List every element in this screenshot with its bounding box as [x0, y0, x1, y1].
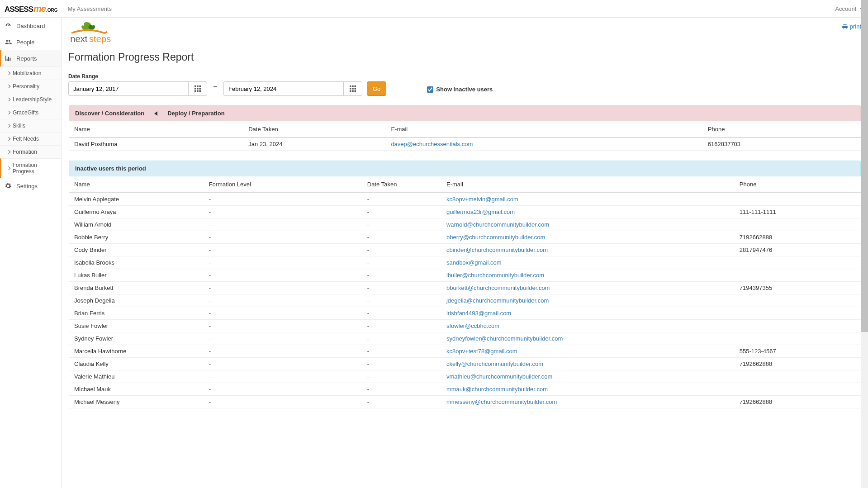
date-to-input[interactable] [223, 81, 343, 96]
cell-date: - [362, 256, 441, 269]
svg-rect-14 [350, 88, 351, 90]
email-link[interactable]: kc8opv+test78@gmail.com [446, 348, 517, 355]
sidebar-subitem-label: Personality [13, 83, 39, 90]
cell-phone [734, 256, 861, 269]
cell-date: - [362, 320, 441, 332]
sidebar-item-label: People [16, 39, 34, 46]
table-row: Claudia Kelly--ckelly@churchcommunitybui… [69, 358, 861, 370]
sidebar-subitem-label: GraceGifts [13, 109, 38, 116]
sidebar-subitem-personality[interactable]: Personality [0, 80, 61, 93]
nav-my-assessments[interactable]: My Assessments [67, 5, 112, 12]
print-link[interactable]: print [842, 20, 861, 30]
cell-level: - [204, 332, 362, 345]
cell-date: - [362, 244, 441, 256]
cell-phone: 111-111-1111 [734, 206, 861, 218]
svg-rect-16 [355, 88, 356, 90]
email-link[interactable]: sfowler@ccbhq.com [446, 322, 499, 329]
print-label: print [850, 23, 861, 30]
email-link[interactable]: ckelly@churchcommunitybuilder.com [446, 360, 543, 367]
svg-rect-19 [355, 90, 356, 92]
go-button[interactable]: Go [367, 81, 386, 96]
sidebar-subitem-gracegifts[interactable]: GraceGifts [0, 106, 61, 119]
nav-account-label: Account [835, 5, 856, 12]
svg-rect-4 [199, 85, 201, 87]
cell-name: William Arnold [69, 218, 204, 231]
cell-name: Isabella Brooks [69, 256, 204, 269]
cell-level: - [204, 206, 362, 218]
table-row: Isabella Brooks--sandbox@gmail.com [69, 256, 861, 269]
sidebar-item-settings[interactable]: Settings [0, 178, 61, 194]
email-link[interactable]: warnold@churchcommunitybuilder.com [446, 221, 549, 228]
show-inactive-checkbox[interactable] [427, 86, 433, 93]
sidebar-subitem-felt-needs[interactable]: Felt Needs [0, 132, 61, 145]
date-to-picker-button[interactable] [343, 81, 362, 96]
scrollbar-thumb[interactable] [861, 0, 868, 332]
sidebar-subitem-label: Formation Progress [13, 162, 57, 175]
email-link[interactable]: kc8opv+melvin@gmail.com [446, 196, 518, 203]
chevron-right-icon [7, 166, 10, 170]
email-link[interactable]: vmathieu@churchcommunitybuilder.com [446, 373, 552, 380]
email-link[interactable]: davep@echurchessentials.com [391, 141, 473, 147]
svg-rect-2 [194, 85, 196, 87]
sidebar-item-dashboard[interactable]: Dashboard [0, 18, 61, 34]
sidebar-subitem-leadershipstyle[interactable]: LeadershipStyle [0, 93, 61, 106]
scrollbar[interactable] [861, 0, 868, 488]
calendar-grid-icon [350, 85, 356, 92]
svg-rect-9 [197, 90, 199, 92]
show-inactive-toggle[interactable]: Show inactive users [391, 86, 493, 96]
filter-bar: Date Range Go [68, 73, 861, 96]
brand-logo[interactable]: ASSESSME.ORG [5, 4, 67, 14]
table-row: MIchael Mauk--mmauk@churchcommunitybuild… [69, 383, 861, 396]
sidebar-item-label: Dashboard [16, 23, 45, 29]
table-row: Melvin Applegate--kc8opv+melvin@gmail.co… [69, 193, 861, 206]
chevron-right-icon [7, 98, 10, 101]
cell-name: Cody Binder [69, 244, 204, 256]
cell-name: Brenda Burkett [69, 282, 204, 294]
svg-rect-12 [352, 85, 354, 87]
email-link[interactable]: irishfan4493@gmail.com [446, 310, 511, 317]
cell-name: David Posthuma [69, 137, 243, 151]
sidebar-subitem-label: Formation [13, 149, 37, 155]
inactive-panel: Inactive users this period Name Formatio… [68, 160, 861, 409]
cell-date: - [362, 358, 441, 370]
nav-account[interactable]: Account [835, 5, 863, 12]
show-inactive-label: Show inactive users [436, 86, 493, 93]
progress-panel-heading: Discover / Consideration Deploy / Prepar… [69, 105, 861, 121]
sidebar-subitem-skills[interactable]: Skills [0, 119, 61, 132]
cell-level: - [204, 358, 362, 370]
date-from-picker-button[interactable] [188, 81, 207, 96]
cell-date: - [362, 383, 441, 396]
svg-rect-11 [350, 85, 351, 87]
email-link[interactable]: mmesseny@churchcommunitybuilder.com [446, 398, 557, 405]
email-link[interactable]: sydneyfowler@churchcommunitybuilder.com [446, 335, 563, 342]
sidebar-subitem-mobilization[interactable]: Mobilization [0, 66, 61, 80]
email-link[interactable]: jdegelia@churchcommunitybuilder.com [446, 297, 549, 304]
email-link[interactable]: guillermoa23r@gmail.com [446, 208, 515, 215]
date-from-input[interactable] [68, 81, 188, 96]
print-icon [842, 24, 848, 30]
email-link[interactable]: lbuller@churchcommunitybuilder.com [446, 272, 544, 279]
sidebar-subitem-formation-progress[interactable]: Formation Progress [0, 158, 61, 178]
chevron-right-icon [7, 137, 10, 141]
cell-level: - [204, 383, 362, 396]
table-row: Cody Binder--cbinder@churchcommunitybuil… [69, 244, 861, 256]
page-title: Formation Progress Report [68, 51, 861, 63]
email-link[interactable]: bberry@churchcommunitybuilder.com [446, 234, 545, 241]
email-link[interactable]: cbinder@churchcommunitybuilder.com [446, 246, 548, 253]
chevron-right-icon [7, 111, 10, 114]
sidebar-item-label: Settings [16, 183, 38, 190]
sidebar-item-people[interactable]: People [0, 34, 61, 50]
cell-level: - [204, 269, 362, 282]
table-row: Lukas Buller--lbuller@churchcommunitybui… [69, 269, 861, 282]
sidebar-subitem-formation[interactable]: Formation [0, 145, 61, 158]
email-link[interactable]: bburkett@churchcommunitybuilder.com [446, 284, 550, 291]
sidebar: Dashboard People Reports MobilizationPer… [0, 18, 62, 488]
cell-phone [734, 307, 861, 320]
cell-level: - [204, 294, 362, 307]
cell-date: - [362, 218, 441, 231]
email-link[interactable]: mmauk@churchcommunitybuilder.com [446, 386, 548, 393]
email-link[interactable]: sandbox@gmail.com [446, 259, 502, 266]
col-name: Name [69, 121, 243, 137]
sidebar-item-reports[interactable]: Reports [0, 50, 61, 66]
date-range-separator [212, 81, 219, 96]
